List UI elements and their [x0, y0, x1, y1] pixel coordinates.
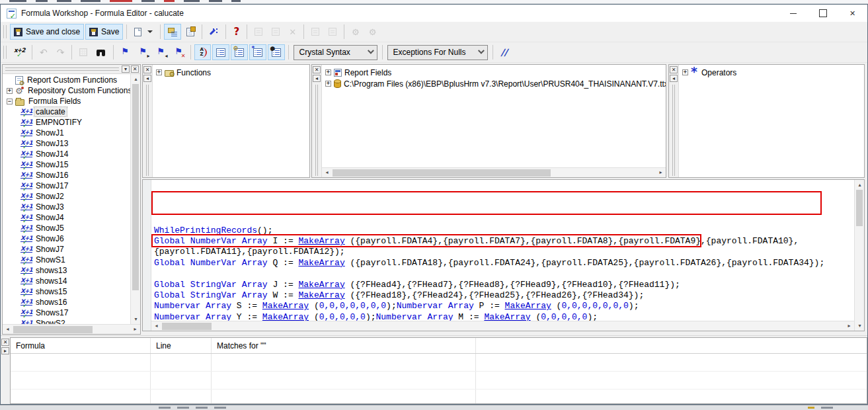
tree-item-showj2[interactable]: ShowJ2: [3, 191, 130, 202]
scroll-left-icon[interactable]: [322, 168, 332, 178]
tree-item-showj3[interactable]: ShowJ3: [3, 202, 130, 212]
chevron-down-icon[interactable]: [122, 65, 130, 73]
report-fields-root-node[interactable]: + Report Fields: [325, 67, 666, 78]
tree-item-showj1[interactable]: ShowJ1: [3, 128, 130, 138]
expand-icon[interactable]: +: [7, 88, 13, 94]
tree-item-shows2[interactable]: ShowS2: [3, 318, 130, 324]
editor-horizontal-scrollbar[interactable]: [151, 321, 854, 331]
functions-root-node[interactable]: + Functions: [156, 67, 309, 78]
custom-function-2-button[interactable]: ⚙: [365, 24, 381, 40]
clear-bookmarks-button[interactable]: ✕: [171, 44, 187, 60]
tree-item-showj6[interactable]: ShowJ6: [3, 233, 130, 244]
fields-horizontal-scrollbar[interactable]: [322, 167, 666, 177]
tree-item-showj16[interactable]: ShowJ16: [3, 170, 130, 181]
syntax-combo[interactable]: Crystal Syntax: [294, 45, 377, 60]
toggle-find-results-button[interactable]: ●: [268, 44, 285, 60]
tree-item-shows15[interactable]: shows15: [3, 286, 130, 297]
minimize-button[interactable]: [778, 5, 808, 22]
maximize-button[interactable]: [808, 5, 838, 22]
previous-bookmark-button[interactable]: ◂: [153, 44, 169, 60]
expand-icon[interactable]: +: [325, 69, 331, 75]
panel-grip-handle[interactable]: [315, 85, 318, 176]
tree-item-showj17[interactable]: ShowJ17: [3, 181, 130, 191]
results-column-header[interactable]: Formula: [11, 338, 151, 353]
tree-item-shows1[interactable]: ShowS1: [3, 255, 130, 265]
workshop-tree-vertical-scrollbar[interactable]: [130, 74, 140, 324]
scroll-right-icon[interactable]: [656, 168, 666, 178]
panel-grip-handle[interactable]: [672, 85, 675, 176]
panel-grip-handle[interactable]: [146, 85, 149, 176]
tree-item-empnotify[interactable]: EMPNOTIFY: [3, 117, 130, 128]
tree-item-repository custom functions[interactable]: +Repository Custom Functions: [3, 85, 130, 96]
scrollbar-thumb[interactable]: [162, 323, 212, 330]
expand-panel-icon[interactable]: [1, 347, 9, 354]
scroll-right-icon[interactable]: [130, 325, 140, 335]
scroll-left-icon[interactable]: [3, 325, 13, 335]
tree-item-showj7[interactable]: ShowJ7: [3, 244, 130, 255]
workshop-tree-horizontal-scrollbar[interactable]: [3, 324, 140, 334]
help-button[interactable]: ?: [229, 24, 243, 40]
save-button[interactable]: Save: [85, 24, 123, 40]
title-bar[interactable]: Formula Workshop - Formula Editor - calu…: [1, 5, 867, 22]
tree-item-shows17[interactable]: Shows17: [3, 308, 130, 318]
save-and-close-button[interactable]: Save and close: [10, 24, 84, 40]
toolbar-grip-handle[interactable]: [3, 25, 7, 38]
sort-trees-button[interactable]: [194, 44, 211, 60]
collapse-panel-icon[interactable]: [143, 75, 151, 82]
dropdown-arrow-icon[interactable]: [147, 30, 153, 33]
use-expert-wizard-button[interactable]: [206, 24, 222, 40]
toggle-functions-tree-button[interactable]: ⚙: [231, 44, 248, 60]
editor-vertical-scrollbar[interactable]: [854, 180, 864, 331]
add-to-repository-button[interactable]: [251, 24, 266, 40]
expand-icon[interactable]: +: [325, 81, 331, 87]
toggle-operators-tree-button[interactable]: *: [249, 44, 266, 60]
collapse-panel-icon[interactable]: [670, 75, 678, 82]
tree-item-showj5[interactable]: ShowJ5: [3, 223, 130, 233]
close-panel-icon[interactable]: [313, 66, 321, 73]
tree-item-showj15[interactable]: ShowJ15: [3, 159, 130, 170]
tree-item-calucate[interactable]: calucate: [3, 106, 130, 117]
results-row[interactable]: [11, 372, 867, 390]
expand-icon[interactable]: +: [156, 69, 162, 75]
datasource-node[interactable]: + C:\Program Files (x86)\EBP\BplusHrm v7…: [325, 78, 666, 89]
tree-item-shows16[interactable]: shows16: [3, 297, 130, 308]
expand-icon[interactable]: +: [682, 69, 688, 75]
expand-icon[interactable]: −: [7, 99, 13, 104]
tree-item-shows14[interactable]: shows14: [3, 276, 130, 286]
scrollbar-thumb[interactable]: [132, 84, 139, 290]
scroll-right-icon[interactable]: [844, 321, 854, 331]
undo-button[interactable]: ↶: [36, 44, 52, 60]
find-replace-button[interactable]: [93, 44, 110, 60]
scrollbar-thumb[interactable]: [856, 190, 863, 226]
browse-field-data-button[interactable]: [75, 44, 91, 60]
tree-item-report custom functions[interactable]: Report Custom Functions: [3, 75, 130, 85]
update-repository-button[interactable]: [268, 24, 284, 40]
close-panel-icon[interactable]: [1, 339, 9, 346]
tree-item-showj4[interactable]: ShowJ4: [3, 212, 130, 223]
delete-formula-button[interactable]: ✕: [285, 24, 300, 40]
close-panel-icon[interactable]: [131, 65, 139, 73]
tree-item-formula fields[interactable]: −Formula Fields: [3, 96, 130, 106]
scroll-down-icon[interactable]: [855, 321, 865, 331]
results-column-header[interactable]: Line: [151, 338, 212, 353]
properties-button[interactable]: [182, 24, 198, 40]
chevron-down-icon[interactable]: [478, 47, 485, 54]
operators-root-node[interactable]: + Operators: [682, 67, 864, 78]
scroll-up-icon[interactable]: [855, 180, 865, 190]
results-column-header[interactable]: Matches for "": [212, 338, 476, 353]
results-row[interactable]: [11, 354, 867, 372]
tree-item-shows13[interactable]: shows13: [3, 265, 130, 276]
repository-option-1-button[interactable]: [307, 24, 323, 40]
tree-item-showj13[interactable]: ShowJ13: [3, 138, 130, 149]
scroll-down-icon[interactable]: [131, 314, 141, 324]
new-formula-button[interactable]: [130, 24, 157, 40]
check-formula-button[interactable]: [10, 44, 28, 60]
collapse-panel-icon[interactable]: [313, 75, 321, 82]
redo-button[interactable]: ↷: [53, 44, 69, 60]
chevron-down-icon[interactable]: [368, 47, 374, 54]
scrollbar-thumb[interactable]: [333, 169, 551, 177]
close-panel-icon[interactable]: [670, 66, 678, 73]
repository-option-2-button[interactable]: [325, 24, 340, 40]
scroll-left-icon[interactable]: [151, 321, 161, 331]
toggle-bookmark-button[interactable]: [117, 44, 134, 60]
